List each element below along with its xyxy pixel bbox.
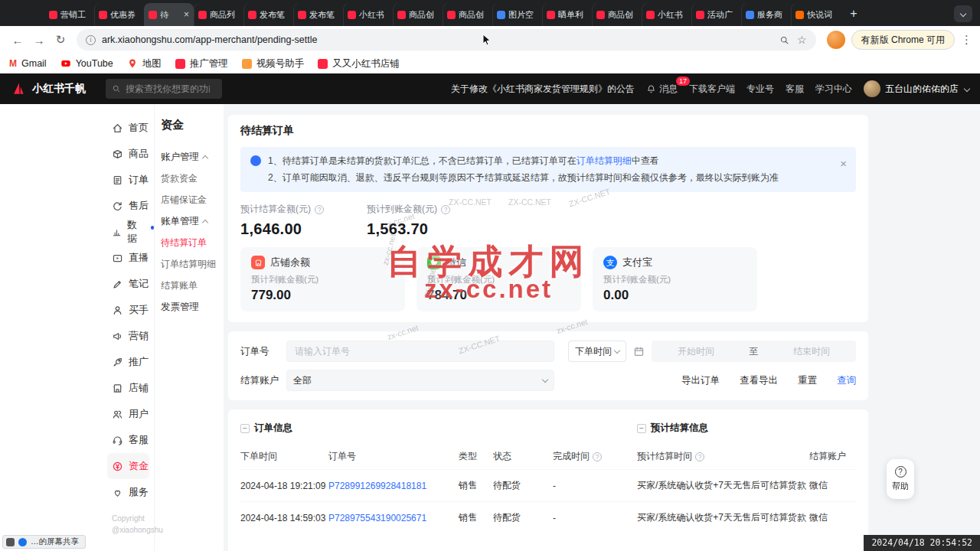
browser-tab[interactable]: 商品列 (194, 3, 243, 26)
sidebar-item-note[interactable]: 笔记 (112, 271, 154, 297)
sidebar-item-shop[interactable]: 店铺 (112, 375, 154, 401)
sidebar-item-live[interactable]: 直播 (112, 245, 154, 271)
account-avatar (864, 80, 880, 97)
bookmark-star-icon[interactable]: ☆ (797, 34, 807, 46)
submenu-group[interactable]: 账户管理 (161, 151, 219, 164)
screen-share-indicator[interactable]: …的屏幕共享 (2, 535, 86, 549)
reset-button[interactable]: 重置 (798, 374, 817, 387)
sidebar-item-product[interactable]: 商品 (112, 141, 154, 167)
tab-favicon (447, 11, 456, 19)
submenu-item[interactable]: 结算账单 (161, 279, 219, 292)
date-range-picker[interactable]: 开始时间 至 结束时间 (652, 341, 856, 362)
submenu-group[interactable]: 发票管理 (161, 301, 219, 314)
browser-tab[interactable]: 快说词 (791, 3, 841, 26)
order-number-link[interactable]: P728991269928418181 (328, 481, 426, 491)
collapse-icon[interactable] (637, 424, 646, 433)
submenu-item[interactable]: 店铺保证金 (161, 194, 219, 207)
tab-search-button[interactable] (954, 5, 972, 22)
info-icon[interactable] (315, 205, 324, 214)
chrome-update-chip[interactable]: 有新版 Chrome 可用 (851, 30, 955, 50)
stat-value: 1,563.70 (367, 220, 450, 238)
search-icon[interactable] (779, 35, 789, 45)
query-button[interactable]: 查询 (837, 374, 856, 387)
reload-button[interactable]: ↻ (51, 30, 70, 50)
forward-button[interactable]: → (29, 30, 49, 50)
header-link[interactable]: 专业号 (746, 83, 774, 96)
browser-tab[interactable]: 小红书 (642, 3, 691, 26)
tab-close-icon[interactable]: × (184, 9, 189, 20)
tab-favicon (746, 11, 754, 19)
calendar-icon[interactable] (633, 346, 645, 357)
cell-finish-time: - (553, 513, 637, 523)
browser-tab[interactable]: 服务商 (741, 3, 791, 26)
submenu-item[interactable]: 待结算订单 (161, 236, 219, 249)
data-icon (112, 227, 122, 238)
chrome-profile-avatar[interactable] (827, 31, 845, 49)
order-no-input[interactable] (286, 341, 554, 362)
bookmark-item[interactable]: 又又小红书店铺 (318, 57, 400, 70)
browser-tab[interactable]: 发布笔 (293, 3, 343, 26)
browser-tab[interactable]: 商品创 (443, 3, 492, 26)
header-link[interactable]: 学习中心 (815, 83, 852, 96)
bookmark-item[interactable]: 推广管理 (175, 57, 228, 70)
browser-tab[interactable]: 商品创 (393, 3, 443, 26)
brand[interactable]: 小红书千帆 (11, 81, 86, 96)
sidebar-item-users[interactable]: 用户 (112, 401, 154, 427)
bookmark-item[interactable]: MGmail (9, 58, 47, 69)
site-info-icon[interactable]: i (86, 35, 96, 45)
submenu-item[interactable]: 订单结算明细 (161, 258, 219, 271)
header-link[interactable]: 客服 (786, 83, 804, 96)
browser-tab[interactable]: 优惠券 (94, 3, 144, 26)
settle-detail-link[interactable]: 订单结算明细 (577, 155, 632, 166)
sidebar-item-buyer[interactable]: 买手 (112, 297, 154, 323)
browser-tab[interactable]: 待 × (144, 3, 194, 26)
bookmark-item[interactable]: 地图 (127, 57, 162, 70)
browser-tab[interactable]: 商品创 (592, 3, 642, 26)
header-search[interactable] (106, 79, 222, 99)
header-search-input[interactable] (126, 83, 210, 94)
order-number-link[interactable]: P728975543190025671 (328, 513, 426, 523)
messages-button[interactable]: 消息 17 (646, 83, 678, 96)
sidebar-item-marketing[interactable]: 营销 (112, 323, 154, 349)
sidebar-item-promo[interactable]: 推广 (112, 349, 154, 375)
notification-dot (151, 226, 154, 230)
sidebar-item-cs[interactable]: 客服 (112, 427, 154, 453)
tab-title: 小红书 (359, 9, 388, 21)
wechat-icon (427, 256, 441, 269)
browser-tab[interactable]: 晒单利 (542, 3, 592, 26)
browser-menu-icon[interactable]: ⋮ (961, 33, 972, 47)
help-button[interactable]: 帮助 (887, 459, 914, 499)
account-select[interactable]: 全部 (286, 370, 554, 391)
cell-type: 销售 (459, 479, 493, 492)
sidebar-item-aftersale[interactable]: 售后 (112, 193, 154, 219)
sidebar-item-funds[interactable]: 资金 (107, 453, 149, 479)
header-link[interactable]: 下载客户端 (689, 83, 735, 96)
sidebar-item-label: 订单 (129, 173, 149, 187)
url-bar[interactable]: i ark.xiaohongshu.com/app-merchant/pendi… (77, 29, 816, 51)
sidebar-item-service[interactable]: 服务 (112, 479, 154, 505)
browser-tab[interactable]: 活动广 (691, 3, 741, 26)
info-icon[interactable] (593, 452, 602, 461)
view-exports-button[interactable]: 查看导出 (740, 374, 778, 387)
time-type-select[interactable]: 下单时间 (568, 341, 626, 362)
bookmark-item[interactable]: YouTube (60, 58, 113, 69)
sidebar-item-order[interactable]: 订单 (112, 167, 154, 193)
sidebar-item-home[interactable]: 首页 (112, 115, 154, 141)
info-icon[interactable] (695, 452, 704, 461)
browser-tab[interactable]: 发布笔 (243, 3, 293, 26)
browser-tab[interactable]: 营销工 (44, 3, 94, 26)
new-tab-button[interactable]: + (844, 4, 864, 24)
export-orders-button[interactable]: 导出订单 (681, 374, 720, 387)
submenu-item[interactable]: 货款资金 (161, 172, 219, 185)
browser-tab[interactable]: 图片空 (492, 3, 542, 26)
bookmark-item[interactable]: 视频号助手 (242, 57, 305, 70)
submenu-group[interactable]: 账单管理 (161, 215, 219, 228)
info-icon[interactable] (441, 205, 450, 214)
browser-tab[interactable]: 小红书 (343, 3, 393, 26)
account-menu[interactable]: 五台山的佑佑的店 (864, 80, 969, 97)
sidebar-item-data[interactable]: 数据 (112, 219, 154, 245)
back-button[interactable]: ← (8, 30, 28, 50)
collapse-icon[interactable] (240, 424, 250, 433)
announcement-link[interactable]: 关于修改《小红书商家发货管理规则》的公告 (451, 83, 635, 96)
close-icon[interactable]: × (840, 153, 847, 174)
